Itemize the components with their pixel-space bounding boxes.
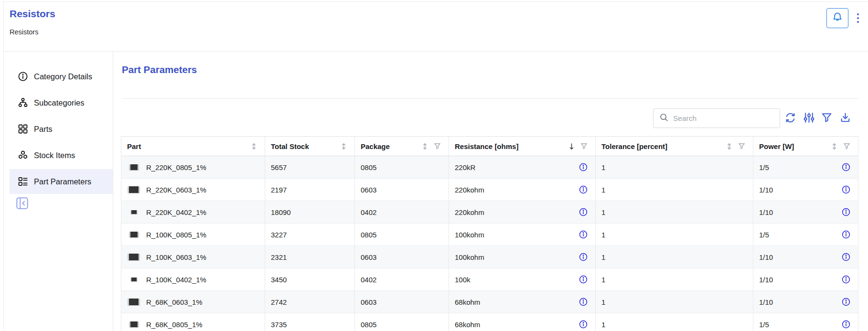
info-circle-icon (18, 71, 28, 82)
column-header-part[interactable]: Part (121, 137, 265, 156)
info-icon[interactable] (842, 163, 850, 171)
filter-icon (821, 112, 833, 126)
cell-resistance: 100k (455, 276, 573, 284)
info-icon[interactable] (842, 230, 850, 239)
part-thumbnail (127, 186, 140, 193)
sidebar-items: Category Details Subcategories Parts Sto… (10, 64, 113, 194)
sort-icon[interactable] (341, 143, 347, 150)
info-icon[interactable] (579, 320, 588, 329)
cell-resistance: 100kohm (455, 253, 573, 261)
sidebar-item-parts[interactable]: Parts (10, 117, 113, 141)
table-row[interactable]: R_220K_0805_1%56570805220kR11/5 (121, 156, 858, 179)
cell-total-stock: 3450 (271, 276, 347, 284)
resistor-chip-icon (128, 186, 140, 193)
info-icon[interactable] (579, 230, 588, 239)
column-header-resistance[interactable]: Resistance [ohms] (449, 137, 595, 156)
refresh-icon (784, 112, 796, 126)
resistor-chip-icon (129, 164, 139, 170)
info-icon[interactable] (842, 208, 850, 216)
notifications-button[interactable] (826, 8, 848, 28)
search-input[interactable] (673, 114, 775, 123)
cell-power: 1/10 (759, 298, 836, 306)
column-filter-icon[interactable] (738, 143, 745, 150)
table-row[interactable]: R_100K_0402_1%34500402100k11/10 (121, 268, 858, 291)
sort-desc-icon[interactable] (568, 143, 575, 150)
cell-package: 0603 (361, 253, 441, 261)
column-label: Tolerance [percent] (601, 142, 720, 150)
info-icon[interactable] (842, 275, 850, 284)
info-icon[interactable] (842, 185, 850, 194)
sidebar-item-stock-items[interactable]: Stock Items (10, 143, 113, 168)
sidebar-item-label: Category Details (34, 72, 92, 81)
info-icon[interactable] (579, 275, 588, 284)
grid-icon (18, 124, 28, 134)
sort-icon[interactable] (726, 143, 732, 150)
section-heading: Part Parameters (122, 64, 197, 75)
info-icon[interactable] (842, 253, 850, 261)
download-icon (839, 112, 851, 126)
kebab-menu-button[interactable] (853, 10, 863, 26)
table-row[interactable]: R_100K_0603_1%23210603100kohm11/10 (121, 246, 858, 268)
download-button[interactable] (839, 112, 851, 125)
table-row[interactable]: R_68K_0603_1%2742060368kohm11/10 (121, 291, 858, 313)
column-header-tolerance[interactable]: Tolerance [percent] (595, 137, 753, 156)
sort-icon[interactable] (251, 143, 257, 150)
cell-tolerance: 1 (601, 163, 745, 171)
sidebar-item-category-details[interactable]: Category Details (10, 64, 113, 89)
page: Resistors Resistors Category Details Sub… (0, 0, 868, 331)
cell-resistance: 68kohm (455, 320, 573, 329)
column-header-total_stock[interactable]: Total Stock (265, 137, 354, 156)
info-icon[interactable] (842, 320, 850, 329)
column-header-power[interactable]: Power [W] (753, 137, 858, 156)
table-row[interactable]: R_68K_0805_1%3735080568kohm11/5 (121, 313, 858, 331)
column-filter-icon[interactable] (580, 143, 588, 150)
info-icon[interactable] (579, 163, 588, 171)
part-thumbnail (127, 254, 140, 260)
cell-power: 1/10 (759, 186, 836, 194)
view-settings-button[interactable] (803, 112, 815, 125)
bell-icon (831, 11, 844, 25)
cell-resistance: 68kohm (455, 298, 573, 306)
info-icon[interactable] (579, 208, 588, 216)
table-header-row: PartTotal StockPackageResistance [ohms]T… (121, 136, 858, 156)
cell-total-stock: 5657 (271, 163, 347, 171)
cell-power: 1/5 (759, 163, 836, 171)
sort-icon[interactable] (422, 143, 428, 150)
table-row[interactable]: R_220K_0603_1%21970603220kohm11/10 (121, 179, 858, 201)
sidebar-item-label: Part Parameters (34, 177, 91, 186)
cell-part: R_220K_0402_1% (146, 208, 257, 216)
sidebar-item-label: Stock Items (34, 151, 75, 160)
checklist-icon (18, 176, 28, 187)
column-label: Total Stock (271, 142, 335, 150)
cell-power: 1/10 (759, 276, 836, 284)
cell-power: 1/5 (759, 320, 836, 329)
resistor-chip-icon (129, 232, 139, 237)
column-filter-icon[interactable] (843, 143, 850, 150)
cell-part: R_68K_0603_1% (146, 298, 257, 306)
refresh-button[interactable] (784, 112, 796, 125)
filter-button[interactable] (820, 112, 833, 125)
column-header-package[interactable]: Package (354, 137, 449, 156)
sidebar-item-label: Subcategories (34, 98, 85, 107)
cell-power: 1/5 (759, 231, 836, 239)
sidebar-item-subcategories[interactable]: Subcategories (10, 90, 113, 115)
cell-total-stock: 2742 (271, 298, 347, 306)
info-icon[interactable] (579, 185, 588, 194)
info-icon[interactable] (842, 298, 850, 306)
table-row[interactable]: R_100K_0805_1%32270805100kohm11/5 (121, 224, 858, 246)
sort-icon[interactable] (831, 143, 837, 150)
table-row[interactable]: R_220K_0402_1%180900402220kohm11/10 (121, 201, 858, 224)
cell-tolerance: 1 (601, 231, 745, 239)
cell-tolerance: 1 (601, 253, 745, 261)
info-icon[interactable] (579, 298, 588, 306)
cell-tolerance: 1 (601, 320, 745, 329)
cubes-icon (18, 150, 28, 160)
collapse-sidebar-button[interactable] (16, 197, 29, 210)
cell-total-stock: 3227 (271, 231, 347, 239)
column-label: Package (361, 142, 416, 150)
column-filter-icon[interactable] (434, 143, 441, 150)
sidebar-item-part-parameters[interactable]: Part Parameters (10, 169, 113, 194)
info-icon[interactable] (579, 253, 588, 261)
part-parameters-table: PartTotal StockPackageResistance [ohms]T… (121, 136, 858, 331)
part-thumbnail (127, 210, 140, 214)
